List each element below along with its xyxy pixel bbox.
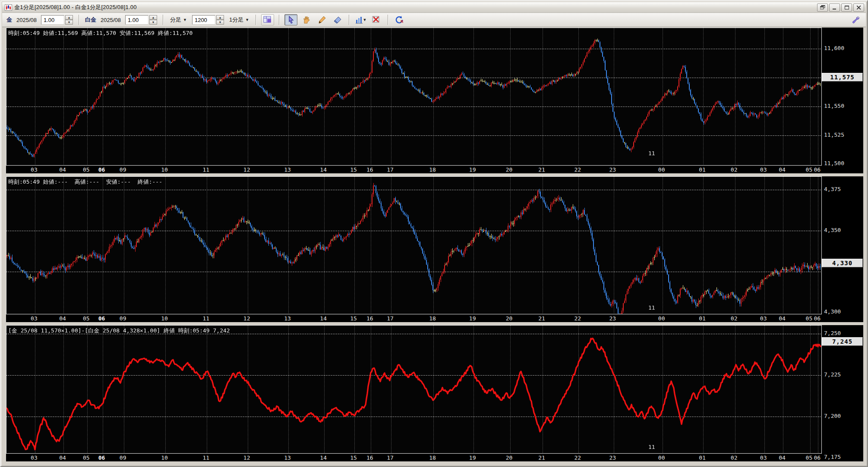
platinum-ratio-down-button[interactable]: ▼ (149, 20, 157, 25)
gold-ratio-input[interactable]: 1.00 (41, 15, 64, 25)
bar-count-up-button[interactable]: ▲ (216, 15, 224, 20)
time-axis-tick-label: 23 (609, 166, 616, 173)
title-bar[interactable]: 金1分足[2025/08]1.00 - 白金1分足[2025/08]1.00 (2, 2, 866, 13)
time-axis-tick-label: 03 (31, 166, 38, 173)
time-axis-tick-label: 10 (161, 454, 168, 461)
remove-chart-icon (372, 16, 381, 24)
bar-type-label: 分足 (170, 16, 181, 24)
time-axis-tick-label: 03 (760, 454, 767, 461)
pan-hand-button[interactable] (300, 14, 313, 25)
time-axis-tick-label: 05 (83, 454, 90, 461)
select-cursor-button[interactable] (284, 14, 297, 25)
refresh-button[interactable]: R (393, 14, 406, 25)
time-axis-tick-label: 21 (538, 315, 545, 322)
chart-type-button[interactable]: ▼ (354, 14, 367, 25)
time-axis-tick-label: 11 (202, 166, 209, 173)
spread-line-canvas[interactable] (6, 326, 821, 453)
time-axis-tick-label: 11 (202, 315, 209, 322)
minimize-button[interactable] (829, 3, 840, 12)
time-axis-tick-label: 09 (120, 166, 126, 173)
time-axis-tick-label: 04 (779, 454, 786, 461)
refresh-icon: R (395, 16, 404, 24)
gold-ohlc-info-line: 時刻:05:49 始値:11,569 高値:11,570 安値:11,569 終… (8, 29, 193, 37)
y-axis-tick-label: 11,525 (824, 132, 844, 138)
time-axis-tick-label: 01 (699, 166, 706, 173)
time-axis-tick-label: 00 (658, 166, 665, 173)
platinum-candles-canvas[interactable] (6, 177, 821, 314)
time-axis-tick-label: 18 (429, 315, 436, 322)
time-axis-tick-label: 02 (731, 166, 738, 173)
time-axis-tick-label: 21 (538, 166, 545, 173)
time-axis-tick-label: 01 (699, 315, 706, 322)
time-axis-tick-label: 02 (731, 454, 738, 461)
bar-type-dropdown[interactable]: 分足 ▼ (168, 15, 189, 25)
time-axis-tick-label: 21 (538, 454, 545, 461)
chart-settings-button[interactable] (261, 14, 274, 25)
gold-chart-plot-area[interactable]: 時刻:05:49 始値:11,569 高値:11,570 安値:11,569 終… (6, 28, 822, 166)
time-axis-tick-label: 05 (83, 315, 90, 322)
pan-hand-icon (302, 16, 311, 24)
close-button[interactable] (853, 3, 864, 12)
remove-chart-button[interactable] (370, 14, 383, 25)
toolbar-separator (388, 15, 388, 25)
time-axis-tick-label: 06 (814, 454, 821, 461)
spread-formula-info-line: [金 25/08 11,570×1.00]-[白金 25/08 4,328×1.… (8, 327, 230, 335)
bar-count-down-button[interactable]: ▼ (216, 20, 224, 25)
gold-ratio-up-button[interactable]: ▲ (65, 15, 73, 20)
time-axis-tick-label: 14 (320, 315, 327, 322)
period-dropdown[interactable]: 1分足 ▼ (227, 15, 251, 25)
chevron-down-icon: ▼ (363, 18, 367, 22)
pencil-button[interactable] (316, 14, 328, 25)
y-axis-tick-label: 4,350 (824, 227, 841, 233)
platinum-ratio-spinner: 1.00 ▲▼ (125, 15, 157, 25)
period-label: 1分足 (229, 16, 243, 24)
svg-text:R: R (401, 19, 404, 24)
time-axis-tick-label: 03 (31, 315, 38, 322)
platinum-chart-plot-area[interactable]: 時刻:05:49 始値:--- 高値:--- 安値:--- 終値:--- 11 (6, 176, 822, 314)
toolbar-separator (349, 15, 350, 25)
platinum-ratio-up-button[interactable]: ▲ (149, 15, 157, 20)
time-axis-tick-label: 18 (429, 454, 436, 461)
toolbar-separator (79, 15, 79, 25)
date-change-label: 11 (648, 304, 655, 311)
chevron-down-icon: ▼ (245, 18, 249, 22)
time-axis-tick-label: 04 (779, 315, 786, 322)
eraser-icon (333, 16, 342, 24)
time-axis-tick-label: 20 (506, 315, 513, 322)
time-axis-tick-label: 23 (609, 315, 616, 322)
time-axis-tick-label: 20 (506, 166, 513, 173)
time-axis-tick-label: 10 (161, 166, 168, 173)
gold-ratio-down-button[interactable]: ▼ (65, 20, 73, 25)
maximize-button[interactable] (841, 3, 852, 12)
time-axis-tick-label: 14 (320, 454, 327, 461)
spread-chart-panel: [金 25/08 11,570×1.00]-[白金 25/08 4,328×1.… (6, 325, 863, 461)
y-axis-tick-label: 4,375 (824, 186, 841, 192)
gold-symbol-label: 金 (6, 16, 12, 24)
time-axis-tick-label: 17 (387, 166, 394, 173)
time-axis-tick-label: 16 (366, 166, 373, 173)
platinum-ratio-input[interactable]: 1.00 (125, 15, 148, 25)
time-axis-tick-label: 15 (350, 315, 357, 322)
eraser-button[interactable] (331, 14, 344, 25)
cascade-windows-button[interactable] (817, 3, 828, 12)
time-axis-tick-label: 13 (284, 315, 291, 322)
window-title: 金1分足[2025/08]1.00 - 白金1分足[2025/08]1.00 (14, 3, 137, 11)
bar-count-input[interactable]: 1200 (192, 15, 215, 25)
time-axis-tick-label: 09 (120, 315, 126, 322)
platinum-symbol-label: 白金 (85, 16, 96, 24)
app-candlestick-icon (5, 4, 12, 11)
time-axis-tick-label: 06 (98, 315, 105, 322)
spread-chart-plot-area[interactable]: [金 25/08 11,570×1.00]-[白金 25/08 4,328×1.… (6, 325, 822, 454)
time-axis-tick-label: 05 (806, 454, 813, 461)
gold-contract-month: 2025/08 (16, 17, 37, 23)
y-axis-tick-label: 11,550 (824, 103, 844, 109)
time-axis-tick-label: 22 (574, 315, 581, 322)
gold-candles-canvas[interactable] (6, 28, 821, 165)
time-axis-tick-label: 13 (284, 166, 291, 173)
time-axis-tick-label: 19 (469, 166, 476, 173)
time-axis-tick-label: 03 (760, 166, 767, 173)
platinum-time-axis: 0304050609101112131415161718192021222300… (6, 314, 822, 322)
y-axis-tick-label: 11,600 (824, 45, 844, 51)
settings-wrench-button[interactable] (849, 14, 862, 25)
time-axis-tick-label: 06 (98, 166, 105, 173)
